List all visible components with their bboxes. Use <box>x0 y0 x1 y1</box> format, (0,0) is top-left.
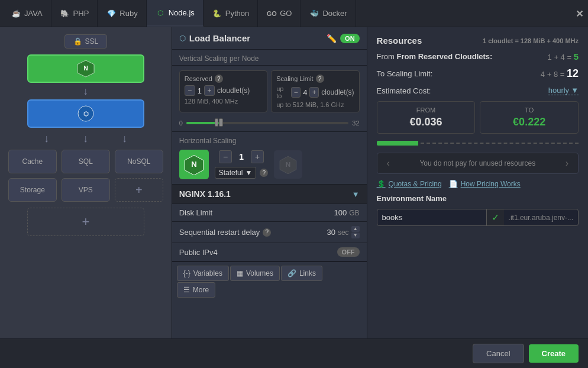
links-tab[interactable]: 🔗 Links <box>281 266 322 281</box>
slider-min: 0 <box>179 120 183 127</box>
h-controls: − 1 + Stateful ▼ ? <box>215 150 269 179</box>
reserved-up[interactable]: + <box>204 85 215 96</box>
more-icon: ☰ <box>183 286 190 294</box>
variables-tab[interactable]: {-} Variables <box>177 266 229 281</box>
to-label: To Scaling Limit: <box>377 69 433 78</box>
cost-label: Estimated Cost: <box>377 86 431 95</box>
h-count-row: − 1 + <box>219 150 264 163</box>
reserved-box: Reserved ? − 1 + cloudlet(s) 128 MiB, 40… <box>179 70 267 112</box>
links-row: 💲 Quotas & Pricing 📄 How Pricing Works <box>377 180 579 188</box>
bottom-nodes-2: Storage VPS + <box>8 178 163 202</box>
tab-go-label: GO <box>280 9 292 18</box>
arrow-down-1: ↓ <box>83 83 88 99</box>
count-up[interactable]: + <box>251 150 264 163</box>
horizontal-scaling: Horizontal Scaling N − 1 + <box>172 131 367 184</box>
stateful-help[interactable]: ? <box>260 169 268 177</box>
tab-nodejs-label: Node.js <box>169 8 195 17</box>
python-icon: 🐍 <box>212 8 222 19</box>
count-down[interactable]: − <box>219 150 232 163</box>
center-panel: ⬡ Load Balancer ✏️ ON Vertical Scaling p… <box>172 27 367 338</box>
edit-icon[interactable]: ✏️ <box>327 34 337 43</box>
tab-go[interactable]: GO GO <box>258 0 301 27</box>
tab-python[interactable]: 🐍 Python <box>203 0 258 27</box>
tab-nodejs[interactable]: ⬡ Node.js <box>147 0 203 27</box>
slider-fill <box>186 122 219 124</box>
footer: Cancel Create <box>0 338 588 368</box>
limit-up[interactable]: + <box>309 87 319 98</box>
svg-text:⬡: ⬡ <box>83 111 88 117</box>
links-icon: 🔗 <box>287 269 296 277</box>
right-panel: Resources 1 cloudlet = 128 MiB + 400 MHz… <box>367 27 588 338</box>
tab-php[interactable]: 🐘 PHP <box>51 0 98 27</box>
thumb-hex-2 <box>219 118 223 127</box>
volumes-tab[interactable]: ▦ Volumes <box>230 266 280 281</box>
restart-val: 30 sec ▲ ▼ <box>327 226 359 238</box>
h-node-disabled: N <box>274 150 302 179</box>
ipv4-row: Public IPv4 OFF <box>172 243 367 262</box>
tab-python-label: Python <box>225 9 249 18</box>
scaling-limit-val: up to − 4 + cloudlet(s) <box>276 85 354 99</box>
pricing-icon: 📄 <box>449 180 458 188</box>
scaling-limit-help[interactable]: ? <box>316 75 324 83</box>
add-node-wide[interactable]: + <box>27 208 144 236</box>
reserved-down[interactable]: − <box>185 85 195 96</box>
php-icon: 🐘 <box>60 8 70 19</box>
restart-up[interactable]: ▲ <box>351 226 360 232</box>
hourly-select[interactable]: hourly ▼ <box>548 86 579 95</box>
nginx-bar: NGINX 1.16.1 ▼ <box>172 184 367 204</box>
pricing-link[interactable]: 📄 How Pricing Works <box>449 180 521 188</box>
add-extra-node[interactable]: + <box>115 178 163 202</box>
create-button[interactable]: Create <box>529 344 579 363</box>
scaling-limit-sub: up to 512 MiB, 1.6 GHz <box>276 101 354 108</box>
cache-node[interactable]: Cache <box>8 150 57 173</box>
quotas-link[interactable]: 💲 Quotas & Pricing <box>377 180 442 188</box>
resources-section: Resources 1 cloudlet = 128 MiB + 400 MHz <box>377 35 579 46</box>
restart-help[interactable]: ? <box>263 228 271 237</box>
tab-java[interactable]: ☕ JAVA <box>2 0 51 27</box>
nosql-node[interactable]: NoSQL <box>115 150 163 173</box>
prev-arrow[interactable]: ‹ <box>385 158 392 169</box>
ipv4-toggle[interactable]: OFF <box>337 247 360 257</box>
tab-ruby[interactable]: 💎 Ruby <box>98 0 146 27</box>
stateful-select[interactable]: Stateful ▼ <box>215 167 257 179</box>
resource-note: 1 cloudlet = 128 MiB + 400 MHz <box>483 37 579 44</box>
vps-node[interactable]: VPS <box>62 178 110 202</box>
limit-down[interactable]: − <box>291 87 301 98</box>
scaling-limit-box: Scaling Limit ? up to − 4 + cloudlet(s) … <box>271 70 359 112</box>
nginx-dropdown[interactable]: ▼ <box>352 190 360 199</box>
tab-docker[interactable]: 🐳 Docker <box>301 0 356 27</box>
more-tab[interactable]: ☰ More <box>177 282 215 298</box>
reserved-help[interactable]: ? <box>215 75 223 83</box>
resources-title: Resources <box>377 35 422 46</box>
slider-track[interactable] <box>186 122 348 124</box>
price-to-box: TO €0.222 <box>480 101 579 134</box>
count-val: 1 <box>235 152 247 162</box>
main-content: 🔒 SSL N ↓ ⬡ ↓↓↓ Cache SQL NoSQL Storage … <box>0 27 588 338</box>
restart-down[interactable]: ▼ <box>351 233 360 238</box>
nodejs-node[interactable]: ⬡ <box>27 99 144 128</box>
h-node-icon: N <box>179 150 209 179</box>
price-from-amount: €0.036 <box>382 116 470 128</box>
svg-text:N: N <box>83 65 88 72</box>
java-icon: ☕ <box>11 8 21 19</box>
restart-spinner[interactable]: ▲ ▼ <box>351 226 360 238</box>
cancel-button[interactable]: Cancel <box>473 344 524 363</box>
ssl-button[interactable]: 🔒 SSL <box>64 34 108 49</box>
more-label: More <box>193 286 209 294</box>
go-icon: GO <box>266 8 277 19</box>
sql-node[interactable]: SQL <box>62 150 110 173</box>
reserved-sub: 128 MiB, 400 MHz <box>185 98 262 105</box>
lb-title: Load Balancer <box>189 33 323 43</box>
from-cloudlets-row: From From Reserved Cloudlets: 1 + 4 = 5 <box>377 51 579 62</box>
env-name-input[interactable] <box>377 209 486 225</box>
slider-thumb[interactable] <box>215 118 223 127</box>
svg-text:N: N <box>191 160 197 169</box>
close-button[interactable]: ✕ <box>576 8 583 19</box>
storage-node[interactable]: Storage <box>8 178 57 202</box>
ssl-icon: 🔒 <box>73 37 82 46</box>
slider-row: 0 32 <box>172 117 367 131</box>
lb-toggle[interactable]: ON <box>340 34 360 43</box>
nginx-node[interactable]: N <box>27 54 144 83</box>
next-arrow[interactable]: › <box>563 158 571 169</box>
restart-row: Sequential restart delay ? 30 sec ▲ ▼ <box>172 222 367 243</box>
